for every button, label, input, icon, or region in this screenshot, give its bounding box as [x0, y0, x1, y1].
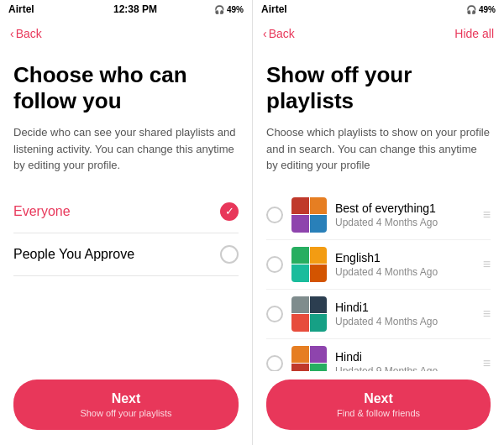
back-button-2[interactable]: ‹ Back [263, 27, 295, 40]
next-label-2: Next [364, 391, 393, 406]
time-1: Airtel [8, 3, 34, 15]
playlist-thumbnail [291, 296, 327, 332]
playlist-item[interactable]: HindiUpdated 9 Months Ago≡ [266, 339, 491, 371]
back-button-1[interactable]: ‹ Back [10, 27, 42, 40]
option-approve-label: People You Approve [13, 247, 134, 262]
page-title-1: Choose who can follow you [13, 62, 239, 114]
drag-handle-icon[interactable]: ≡ [483, 257, 491, 272]
status-bar-2: Airtel 12:39 PM 🎧 49% [253, 0, 504, 18]
playlist-list: Best of everything1Updated 4 Months Ago≡… [266, 191, 491, 371]
drag-handle-icon[interactable]: ≡ [483, 306, 491, 322]
headphone-icon-2: 🎧 [466, 5, 476, 14]
playlist-radio[interactable] [266, 256, 283, 273]
radio-everyone[interactable]: ✓ [220, 202, 239, 221]
playlist-info: Best of everything1Updated 4 Months Ago [335, 202, 475, 228]
playlist-thumbnail [291, 197, 327, 233]
bottom-btn-1: Next Show off your playlists [0, 371, 252, 445]
option-everyone-label: Everyone [13, 204, 71, 219]
playlist-name: Best of everything1 [335, 202, 475, 215]
playlist-radio[interactable] [266, 306, 283, 322]
page-desc-1: Decide who can see your shared playlists… [13, 124, 239, 174]
next-sub-2: Find & follow friends [337, 408, 420, 418]
page-title-2: Show off your playlists [266, 62, 491, 114]
next-label-1: Next [112, 391, 141, 406]
option-everyone[interactable]: Everyone ✓ [13, 191, 239, 233]
carrier-2: Airtel [261, 3, 287, 15]
drag-handle-icon[interactable]: ≡ [483, 356, 491, 371]
status-bar-1: Airtel 12:38 PM 🎧 49% [0, 0, 252, 18]
option-approve[interactable]: People You Approve [13, 233, 239, 276]
next-button-1[interactable]: Next Show off your playlists [13, 380, 239, 430]
playlist-thumbnail [291, 247, 327, 282]
playlist-info: English1Updated 4 Months Ago [335, 251, 475, 278]
playlist-name: Hindi [335, 350, 475, 364]
playlist-item[interactable]: Hindi1Updated 4 Months Ago≡ [266, 290, 491, 339]
screen-follow-settings: Airtel 12:38 PM 🎧 49% ‹ Back Choose who … [0, 0, 252, 445]
status-icons-2: 🎧 49% [466, 5, 496, 14]
playlist-radio[interactable] [266, 207, 283, 223]
hide-all-button[interactable]: Hide all [454, 27, 494, 40]
drag-handle-icon[interactable]: ≡ [483, 207, 491, 222]
playlist-info: Hindi1Updated 4 Months Ago [335, 301, 475, 327]
playlist-name: English1 [335, 251, 475, 264]
playlist-updated: Updated 4 Months Ago [335, 217, 475, 228]
headphone-icon-1: 🎧 [214, 5, 224, 14]
playlist-thumbnail [291, 346, 327, 371]
content-1: Choose who can follow you Decide who can… [0, 49, 252, 371]
battery-1: 49% [227, 5, 244, 14]
battery-2: 49% [479, 5, 496, 14]
screen-playlists: Airtel 12:39 PM 🎧 49% ‹ Back Hide all Sh… [252, 0, 504, 445]
playlist-info: HindiUpdated 9 Months Ago [335, 350, 475, 371]
playlist-item[interactable]: Best of everything1Updated 4 Months Ago≡ [266, 191, 491, 240]
next-sub-1: Show off your playlists [80, 408, 171, 418]
playlist-updated: Updated 4 Months Ago [335, 316, 475, 327]
back-label-2: Back [269, 27, 295, 40]
back-label-1: Back [16, 27, 42, 40]
chevron-left-icon-1: ‹ [10, 27, 14, 40]
nav-bar-2: ‹ Back Hide all [253, 18, 504, 49]
content-2: Show off your playlists Choose which pla… [253, 49, 504, 371]
bottom-btn-2: Next Find & follow friends [253, 371, 504, 445]
page-desc-2: Choose which playlists to show on your p… [266, 124, 491, 174]
nav-bar-1: ‹ Back [0, 18, 252, 49]
next-button-2[interactable]: Next Find & follow friends [266, 380, 491, 430]
chevron-left-icon-2: ‹ [263, 27, 267, 40]
status-icons-1: 🎧 49% [214, 5, 244, 14]
time-center-1: 12:38 PM [113, 3, 157, 15]
playlist-updated: Updated 4 Months Ago [335, 266, 475, 278]
playlist-radio[interactable] [266, 355, 283, 371]
radio-approve[interactable] [220, 245, 239, 264]
playlist-item[interactable]: English1Updated 4 Months Ago≡ [266, 240, 491, 290]
playlist-updated: Updated 9 Months Ago [335, 365, 475, 371]
playlist-name: Hindi1 [335, 301, 475, 314]
